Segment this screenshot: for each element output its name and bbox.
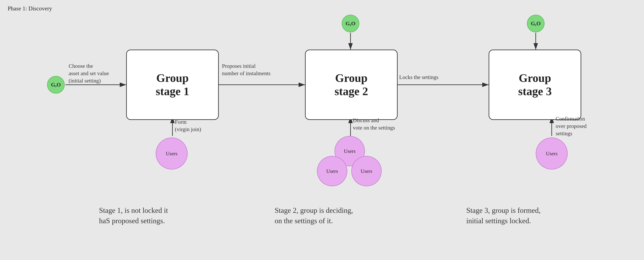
stage-1-desc: Stage 1, is not locked it haS proposed s… (99, 195, 168, 226)
stage-1-title: Groupstage 1 (156, 72, 189, 98)
go-circle-1: G,O (47, 76, 65, 94)
arrow-label-choose: Choose the asset and set value (initial … (69, 62, 109, 84)
user-circle-3: Users (536, 138, 568, 169)
arrow-label-proposes: Proposes initial number of instalments (222, 62, 270, 77)
user-circle-2c: Users (351, 156, 382, 186)
go-circle-2: G,O (342, 15, 359, 32)
stage-3-box: Groupstage 3 (489, 50, 581, 120)
stage-3-title: Groupstage 3 (518, 72, 552, 98)
user-circle-2b: Users (317, 156, 347, 186)
arrow-label-form: Form (virgin join) (175, 118, 201, 133)
stage-3-desc: Stage 3, group is formed, initial settin… (466, 195, 540, 226)
go-circle-3: G,O (527, 15, 544, 32)
stage-2-desc: Stage 2, group is deciding, on the setti… (275, 195, 353, 226)
canvas: Phase 1: Discovery G,O (0, 0, 644, 260)
arrow-label-confirmation: Confirmation over proposed settings (556, 115, 587, 137)
stage-2-box: Groupstage 2 (305, 50, 398, 120)
arrow-label-discuss: Discuss and vote on the settings (353, 117, 395, 131)
user-circle-1: Users (156, 138, 188, 169)
phase-label: Phase 1: Discovery (8, 5, 52, 12)
arrow-label-locks: Locks the settings (399, 74, 438, 81)
stage-1-box: Groupstage 1 (126, 50, 219, 120)
stage-2-title: Groupstage 2 (334, 72, 368, 98)
